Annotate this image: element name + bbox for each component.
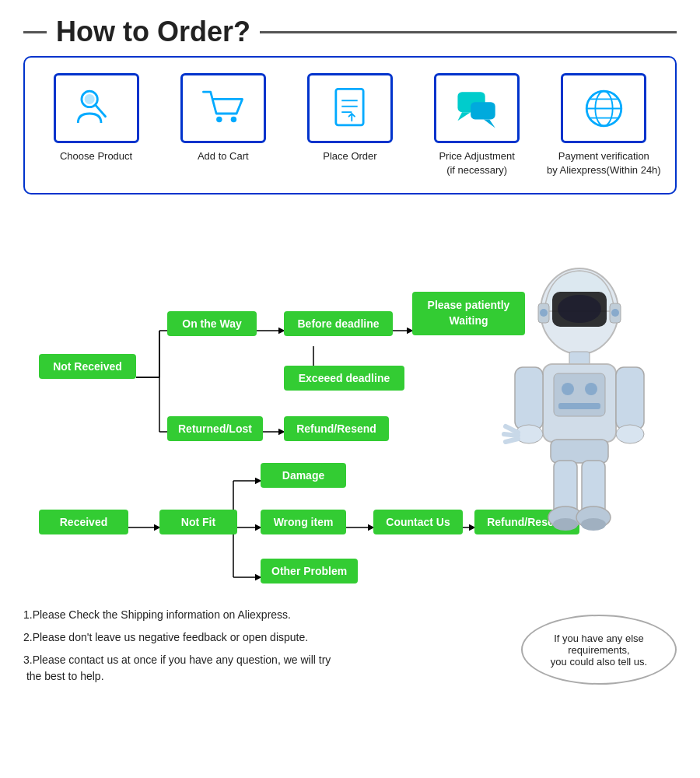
place-order-icon-box: [307, 73, 393, 143]
svg-point-2: [85, 93, 95, 103]
fc-contact-us: Countact Us: [373, 510, 463, 534]
svg-line-52: [504, 434, 518, 436]
fc-not-received: Not Received: [39, 354, 136, 379]
svg-marker-12: [484, 119, 495, 128]
step-choose-product: Choose Product: [38, 73, 155, 163]
svg-point-46: [562, 383, 574, 395]
svg-point-62: [581, 518, 606, 531]
choose-product-icon-box: [54, 73, 139, 143]
step-price-adjustment: Price Adjustment(if necessary): [418, 73, 535, 177]
page-title: How to Order?: [23, 16, 677, 48]
svg-rect-56: [551, 440, 608, 463]
svg-point-61: [553, 518, 578, 531]
payment-verification-icon-box: [561, 73, 646, 143]
step-add-to-cart: Add to Cart: [165, 73, 282, 163]
svg-point-4: [231, 116, 236, 121]
svg-point-38: [558, 295, 601, 323]
svg-marker-10: [457, 112, 471, 121]
svg-rect-49: [515, 367, 543, 429]
payment-verification-label: Payment verificationby Aliexpress(Within…: [547, 149, 661, 177]
note-3: 3.Please contact us at once if you have …: [23, 652, 506, 685]
svg-point-55: [616, 425, 644, 443]
svg-rect-11: [471, 102, 495, 119]
fc-exceed-deadline: Exceeed deadline: [284, 366, 404, 391]
steps-box: Choose Product Add to Cart: [23, 56, 677, 194]
fc-before-deadline: Before deadline: [284, 311, 393, 336]
fc-on-the-way: On the Way: [167, 311, 257, 336]
price-adjustment-label: Price Adjustment(if necessary): [439, 149, 515, 177]
add-to-cart-icon-box: [180, 73, 266, 143]
step-payment-verification: Payment verificationby Aliexpress(Within…: [545, 73, 662, 177]
bubble-note: If you have any else requirements,you co…: [521, 615, 677, 685]
fc-refund-resend-1: Refund/Resend: [284, 416, 389, 441]
place-order-label: Place Order: [323, 149, 376, 163]
note-1: 1.Please Check the Shipping information …: [23, 607, 506, 623]
svg-rect-54: [616, 367, 644, 429]
svg-rect-48: [558, 403, 600, 409]
choose-product-label: Choose Product: [60, 149, 132, 163]
fc-damage: Damage: [261, 463, 346, 488]
svg-line-51: [506, 426, 518, 433]
svg-point-41: [540, 309, 548, 317]
step-place-order: Place Order: [292, 73, 408, 163]
fc-not-fit: Not Fit: [159, 510, 237, 534]
svg-line-53: [506, 439, 518, 442]
robot-illustration: [490, 265, 669, 560]
bottom-section: 1.Please Check the Shipping information …: [0, 599, 700, 706]
fc-received: Received: [39, 510, 128, 534]
svg-point-42: [611, 309, 619, 317]
fc-returned-lost: Returned/Lost: [167, 416, 263, 441]
notes-list: 1.Please Check the Shipping information …: [23, 607, 506, 691]
fc-wrong-item: Wrong item: [261, 510, 346, 534]
flowchart-section: Not Received On the Way Before deadline …: [0, 202, 700, 599]
price-adjustment-icon-box: [434, 73, 520, 143]
fc-other-problem: Other Problem: [261, 559, 358, 584]
add-to-cart-label: Add to Cart: [198, 149, 249, 163]
flowchart-container: Not Received On the Way Before deadline …: [16, 218, 684, 591]
svg-rect-45: [554, 373, 605, 416]
note-2: 2.Please don't leave us negative feedbac…: [23, 629, 506, 646]
svg-point-47: [585, 383, 597, 395]
svg-point-3: [216, 116, 222, 121]
top-section: How to Order? Choose Product: [0, 0, 700, 202]
